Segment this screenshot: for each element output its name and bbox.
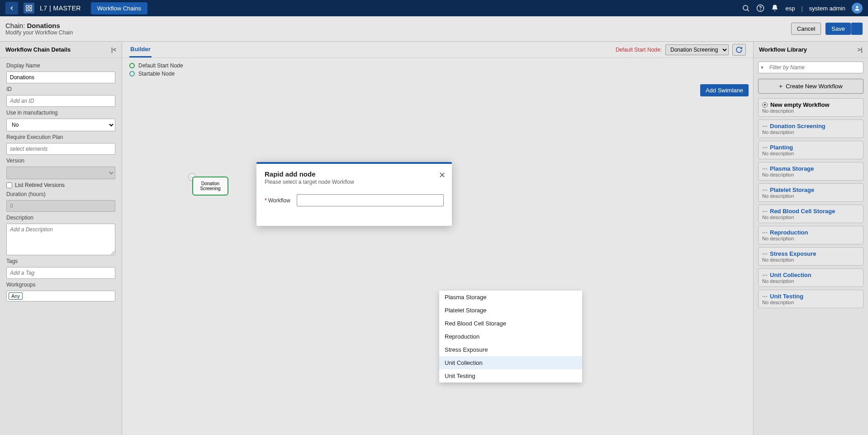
builder-canvas[interactable]: Add Swimlane ⋯ Donation Screening Rapid …	[122, 81, 753, 435]
sidebar-details: Workflow Chain Details |< Display Name I…	[0, 42, 122, 435]
library-item[interactable]: ⋯Donation ScreeningNo description	[758, 120, 863, 138]
library-item[interactable]: ⋯ReproductionNo description	[758, 226, 863, 244]
id-label: ID	[6, 86, 115, 92]
version-select[interactable]	[6, 167, 115, 179]
library-item-desc: No description	[762, 300, 859, 305]
duration-input	[6, 200, 115, 212]
builder-panel: Builder Default Start Node: Donation Scr…	[122, 42, 753, 435]
sidebar-library: Workflow Library >| ▾ + Create New Workf…	[753, 42, 868, 435]
drag-icon: ⋯	[762, 251, 767, 257]
dropdown-option[interactable]: Plasma Storage	[439, 291, 582, 304]
page-subtitle: Modify your Workflow Chain	[5, 29, 73, 36]
svg-point-8	[856, 6, 859, 8]
id-input[interactable]	[6, 95, 115, 107]
user-icon	[854, 5, 860, 11]
svg-rect-3	[29, 9, 32, 11]
topbar: L7 | MASTER Workflow Chains esp | system…	[0, 0, 868, 16]
library-item-name: Unit Testing	[770, 293, 803, 300]
workgroups-input[interactable]: Any	[6, 291, 115, 301]
library-item-name: Stress Exposure	[770, 250, 816, 257]
app-title: L7 | MASTER	[40, 5, 81, 12]
library-item-desc: No description	[762, 193, 859, 199]
node-donation-screening[interactable]: Donation Screening	[192, 177, 228, 196]
tags-label: Tags	[6, 258, 115, 264]
bell-icon[interactable]	[771, 4, 779, 12]
library-item[interactable]: ⋯Stress ExposureNo description	[758, 247, 863, 266]
drag-icon: ⋯	[762, 293, 767, 300]
create-workflow-button[interactable]: + Create New Workflow	[758, 79, 863, 94]
dropdown-option[interactable]: Platelet Storage	[439, 304, 582, 317]
filter-input[interactable]	[758, 62, 863, 73]
library-item-desc: No description	[762, 151, 859, 156]
library-item[interactable]: ⋯Unit CollectionNo description	[758, 268, 863, 287]
details-title: Workflow Chain Details	[5, 46, 71, 53]
collapse-left-icon[interactable]: |<	[111, 46, 116, 53]
manufacturing-select[interactable]: No	[6, 119, 115, 131]
retired-label: List Retired Versions	[15, 182, 65, 188]
dropdown-option[interactable]: Unit Collection	[439, 356, 582, 369]
exec-plan-input[interactable]	[6, 143, 115, 155]
library-item-name: New empty Workflow	[770, 101, 830, 108]
lang-label[interactable]: esp	[785, 5, 795, 12]
default-start-label: Default Start Node:	[616, 47, 662, 53]
description-textarea[interactable]	[6, 224, 115, 255]
svg-rect-1	[29, 5, 32, 8]
library-item-desc: No description	[762, 215, 859, 220]
search-icon[interactable]	[742, 4, 750, 12]
collapse-right-icon[interactable]: >|	[858, 46, 863, 53]
library-item-name: Unit Collection	[770, 272, 811, 278]
svg-line-5	[748, 10, 749, 11]
refresh-button[interactable]	[732, 44, 746, 56]
library-item-name: Reproduction	[770, 229, 808, 236]
workflow-field-input[interactable]	[297, 194, 444, 206]
library-item[interactable]: +New empty WorkflowNo description	[758, 98, 863, 117]
modal-rapid-add: Rapid add node Please select a target no…	[256, 162, 452, 226]
dropdown-option[interactable]: Reproduction	[439, 330, 582, 343]
library-item-name: Red Blood Cell Storage	[770, 208, 835, 215]
display-name-input[interactable]	[6, 72, 115, 83]
save-button[interactable]: Save	[825, 23, 851, 35]
refresh-icon	[735, 46, 743, 53]
tags-input[interactable]	[6, 267, 115, 279]
cancel-button[interactable]: Cancel	[791, 23, 821, 35]
tab-builder[interactable]: Builder	[129, 42, 152, 57]
app-logo-icon	[24, 3, 34, 14]
library-item[interactable]: ⋯Platelet StorageNo description	[758, 183, 863, 202]
add-swimlane-button[interactable]: Add Swimlane	[700, 84, 749, 96]
dropdown-option[interactable]: Red Blood Cell Storage	[439, 317, 582, 330]
default-start-select[interactable]: Donation Screening	[665, 44, 729, 55]
dropdown-option[interactable]: Stress Exposure	[439, 343, 582, 356]
tab-workflow-chains[interactable]: Workflow Chains	[91, 2, 147, 14]
save-dropdown-button[interactable]	[851, 23, 863, 35]
workflow-dropdown: Plasma StoragePlatelet StorageRed Blood …	[439, 291, 582, 382]
library-title: Workflow Library	[759, 46, 807, 53]
page-title: Chain: Donations	[5, 22, 73, 29]
library-item-desc: No description	[762, 257, 859, 263]
display-name-label: Display Name	[6, 62, 115, 69]
workgroup-chip[interactable]: Any	[9, 292, 23, 300]
drag-icon: ⋯	[762, 229, 767, 236]
user-label[interactable]: system admin	[809, 5, 845, 12]
back-button[interactable]	[5, 2, 18, 14]
retired-checkbox[interactable]	[6, 182, 12, 188]
library-item-desc: No description	[762, 129, 859, 135]
version-label: Version	[6, 158, 115, 164]
drag-icon: ⋯	[762, 208, 767, 215]
circle-icon	[129, 71, 135, 76]
circle-icon	[129, 63, 135, 68]
legend-default: Default Start Node	[129, 62, 746, 69]
library-item[interactable]: ⋯Red Blood Cell StorageNo description	[758, 205, 863, 223]
subheader: Chain: Donations Modify your Workflow Ch…	[0, 16, 868, 42]
drag-icon: ⋯	[762, 166, 767, 172]
close-icon[interactable]: ✕	[439, 170, 446, 180]
library-item[interactable]: ⋯Plasma StorageNo description	[758, 162, 863, 181]
modal-title: Rapid add node	[265, 170, 444, 178]
help-icon[interactable]	[756, 4, 764, 12]
drag-icon: ⋯	[762, 123, 767, 129]
library-item[interactable]: ⋯Unit TestingNo description	[758, 290, 863, 308]
library-item[interactable]: ⋯PlantingNo description	[758, 141, 863, 159]
description-label: Description	[6, 215, 115, 221]
duration-label: Duration (hours)	[6, 191, 115, 197]
dropdown-option[interactable]: Unit Testing	[439, 369, 582, 382]
avatar[interactable]	[852, 3, 863, 14]
